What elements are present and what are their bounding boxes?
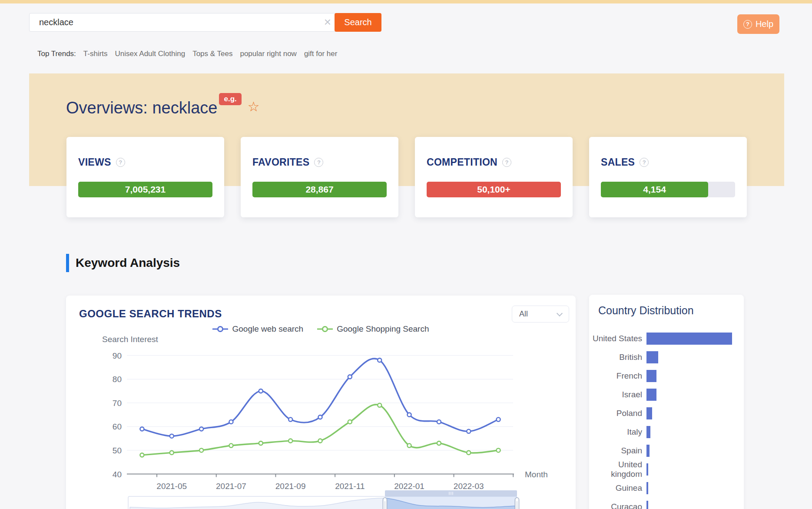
country-row: United kingdom [589,463,648,476]
question-circle-icon[interactable]: ? [640,158,649,167]
keyword-analysis-header: Keyword Analysis [66,254,180,272]
stat-label: COMPETITION [427,156,497,168]
page-title: Overviews: necklace [66,98,217,118]
stat-card-competition: COMPETITION ? 50,100+ [415,137,573,217]
country-label: Curacao [589,502,642,509]
stat-cards-row: VIEWS ? 7,005,231 FAVORITES ? 28,867 COM… [66,137,747,217]
country-bar [646,389,656,401]
country-panel-title: Country Distribution [598,304,694,317]
svg-text:60: 60 [113,422,122,431]
search-input[interactable] [29,13,337,32]
country-label: British [589,353,642,362]
country-row: Italy [589,426,650,438]
brush-selection[interactable] [385,496,517,509]
stat-label: FAVORITES [252,156,309,168]
help-button-label: Help [756,19,773,29]
country-row: Curacao [589,501,648,509]
overview-title-row: Overviews: necklace e.g. ☆ [66,98,260,118]
question-circle-icon[interactable]: ? [502,158,511,167]
stat-bar-track: 4,154 [601,182,735,197]
country-bar [646,407,652,419]
trend-link-5[interactable]: gift for her [304,50,338,58]
country-row: Poland [589,407,652,419]
help-button[interactable]: ? Help [737,14,779,34]
svg-text:70: 70 [113,399,122,408]
country-bar [646,482,648,494]
country-bar [646,351,658,363]
country-label: Poland [589,409,642,418]
example-badge: e.g. [219,93,241,105]
stat-bar-value: 28,867 [252,182,387,197]
country-bar [646,501,648,509]
question-circle-icon[interactable]: ? [116,158,125,167]
country-row: Guinea [589,482,648,494]
svg-text:2021-09: 2021-09 [275,482,306,491]
country-row: Spain [589,445,650,457]
section-accent-bar [66,254,69,272]
stat-bar-value: 4,154 [601,182,708,197]
stat-bar-value: 7,005,231 [78,182,212,197]
country-row: French [589,370,656,382]
stat-bar-track: 28,867 [252,182,387,197]
svg-text:80: 80 [113,375,122,384]
country-row: British [589,351,658,363]
stat-bar-value: 50,100+ [427,182,561,197]
svg-text:2021-05: 2021-05 [156,482,187,491]
stat-card-favorites: FAVORITES ? 28,867 [241,137,398,217]
country-label: United kingdom [589,460,642,479]
stat-label: VIEWS [78,156,111,168]
country-bar [646,426,650,438]
svg-text:40: 40 [113,470,122,479]
search-button[interactable]: Search [335,13,381,32]
svg-text:2021-11: 2021-11 [335,482,365,491]
stat-bar-track: 7,005,231 [78,182,212,197]
svg-text:50: 50 [113,446,122,455]
svg-text:2022-01: 2022-01 [394,482,424,491]
stat-bar-track: 50,100+ [427,182,561,197]
top-trends-row: Top Trends: T-shirts Unisex Adult Clothi… [37,50,337,58]
google-search-trends-card: GOOGLE SEARCH TRENDS All Google web sear… [66,296,576,509]
country-bar [646,370,656,382]
country-label: French [589,371,642,381]
svg-text:2022-03: 2022-03 [454,482,484,491]
country-bar [646,333,732,345]
country-label: Guinea [589,483,642,493]
trend-link-2[interactable]: Unisex Adult Clothing [115,50,186,58]
country-label: Italy [589,427,642,437]
country-row: Israel [589,389,656,401]
stat-card-views: VIEWS ? 7,005,231 [66,137,224,217]
stat-label: SALES [601,156,635,168]
trend-link-4[interactable]: popular right now [240,50,296,58]
stat-card-sales: SALES ? 4,154 [589,137,747,217]
country-bar [646,445,650,457]
country-bar [646,463,648,476]
country-label: Israel [589,390,642,399]
trend-link-1[interactable]: T-shirts [83,50,108,58]
help-question-icon: ? [743,20,752,29]
top-trends-label: Top Trends: [37,50,76,58]
clear-search-icon[interactable]: × [321,14,335,30]
country-label: Spain [589,446,642,456]
favorite-star-icon[interactable]: ☆ [248,100,260,113]
country-row: United States [589,333,732,345]
section-title: Keyword Analysis [76,256,180,270]
svg-text:90: 90 [113,351,122,360]
svg-text:Month: Month [525,470,548,479]
trend-line-chart: 4050607080902021-052021-072021-092021-11… [66,296,576,509]
question-circle-icon[interactable]: ? [314,158,323,167]
country-label: United States [589,334,642,343]
top-accent-strip [0,0,812,3]
trend-link-3[interactable]: Tops & Tees [192,50,232,58]
country-distribution-card: Country Distribution United StatesBritis… [589,295,744,509]
svg-text:2021-07: 2021-07 [216,482,246,491]
